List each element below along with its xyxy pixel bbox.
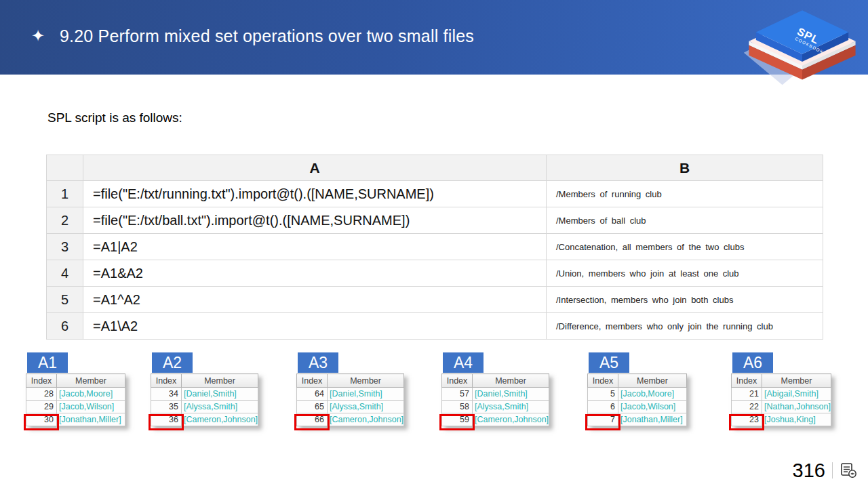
result-row: 57[Daniel,Smith] — [442, 388, 549, 401]
index-cell: 34 — [151, 388, 182, 401]
cell-comment: /Members of ball club — [547, 207, 823, 234]
member-cell: [Jonathan,Miller] — [57, 413, 125, 426]
footer-divider — [832, 462, 833, 479]
row-number: 2 — [47, 207, 83, 234]
result-tables: A1IndexMember28[Jacob,Moore]29[Jacob,Wil… — [0, 352, 868, 444]
result-table-label: A1 — [27, 352, 68, 373]
result-row: 34[Daniel,Smith] — [151, 388, 258, 401]
highlight-box — [294, 414, 330, 430]
member-cell: [Nathan,Johnson] — [762, 401, 831, 413]
member-cell: [Cameron,Johnson] — [182, 413, 258, 426]
member-cell: [Daniel,Smith] — [473, 388, 549, 401]
row-number: 6 — [47, 313, 83, 340]
row-number: 5 — [47, 287, 83, 313]
result-table-grid: IndexMember21[Abigail,Smith]22[Nathan,Jo… — [731, 373, 831, 426]
slide-header: ✦ 9.20 Perform mixed set operations over… — [0, 0, 868, 75]
intro-text: SPL script is as follows: — [47, 110, 182, 125]
member-cell: [Daniel,Smith] — [182, 388, 258, 401]
result-table-grid: IndexMember28[Jacob,Moore]29[Jacob,Wilso… — [26, 373, 125, 426]
result-col-header: Index — [297, 374, 328, 388]
result-row: 58[Alyssa,Smith] — [442, 401, 549, 413]
member-cell: [Jacob,Wilson] — [57, 401, 125, 413]
result-header-row: IndexMember — [442, 374, 549, 388]
result-row: 28[Jacob,Moore] — [26, 388, 125, 401]
index-cell: 57 — [442, 388, 473, 401]
member-cell: [Jacob,Moore] — [618, 388, 687, 401]
result-header-row: IndexMember — [151, 374, 258, 388]
member-cell: [Cameron,Johnson] — [328, 413, 404, 426]
footer: 316 — [793, 458, 857, 483]
result-table-label: A5 — [589, 352, 629, 373]
script-row: 6=A1\A2/Difference, members who only joi… — [47, 313, 823, 340]
result-table-grid: IndexMember34[Daniel,Smith]35[Alyssa,Smi… — [151, 373, 258, 426]
cell-code: =file("E:/txt/ball.txt").import@t().([NA… — [83, 207, 547, 234]
result-row: 64[Daniel,Smith] — [297, 388, 404, 401]
script-row: 4=A1&A2/Union, members who join at least… — [47, 260, 823, 287]
result-col-header: Member — [57, 374, 125, 388]
cell-comment: /Difference, members who only join the r… — [547, 313, 823, 340]
script-row: 5=A1^A2/Intersection, members who join b… — [47, 287, 823, 313]
member-cell: [Alyssa,Smith] — [473, 401, 549, 413]
cell-code: =A1\A2 — [83, 313, 547, 340]
highlight-box — [729, 414, 764, 430]
member-cell: [Daniel,Smith] — [328, 388, 404, 401]
script-header-row: A B — [47, 155, 823, 181]
index-cell: 58 — [442, 401, 473, 413]
result-table-a4: A4IndexMember57[Daniel,Smith]58[Alyssa,S… — [441, 352, 549, 429]
cell-comment: /Concatenation, all members of the two c… — [547, 234, 823, 260]
result-header-row: IndexMember — [297, 374, 404, 388]
member-cell: [Cameron,Johnson] — [473, 413, 549, 426]
corner-cell — [47, 155, 83, 181]
result-col-header: Index — [732, 374, 762, 388]
result-table-a2: A2IndexMember34[Daniel,Smith]35[Alyssa,S… — [151, 352, 258, 429]
result-table-a5: A5IndexMember5[Jacob,Moore]6[Jacob,Wilso… — [587, 352, 687, 429]
result-row: 35[Alyssa,Smith] — [151, 401, 258, 413]
cell-code: =file("E:/txt/running.txt").import@t().(… — [83, 181, 547, 207]
cell-code: =A1^A2 — [83, 287, 547, 313]
result-header-row: IndexMember — [26, 374, 125, 388]
highlight-box — [149, 414, 184, 430]
result-table-label: A3 — [298, 352, 338, 373]
result-row: 21[Abigail,Smith] — [732, 388, 831, 401]
result-table-a1: A1IndexMember28[Jacob,Moore]29[Jacob,Wil… — [26, 352, 125, 429]
result-col-header: Member — [182, 374, 258, 388]
script-row: 2=file("E:/txt/ball.txt").import@t().([N… — [47, 207, 823, 234]
result-row: 22[Nathan,Johnson] — [732, 401, 831, 413]
index-cell: 29 — [26, 401, 57, 413]
index-cell: 65 — [297, 401, 328, 413]
column-header-b: B — [547, 155, 823, 181]
result-col-header: Index — [442, 374, 473, 388]
script-row: 1=file("E:/txt/running.txt").import@t().… — [47, 181, 823, 207]
result-col-header: Index — [26, 374, 57, 388]
cell-code: =A1|A2 — [83, 234, 547, 260]
row-number: 4 — [47, 260, 83, 287]
result-table-label: A2 — [152, 352, 193, 373]
highlight-box — [585, 414, 620, 430]
index-cell: 5 — [588, 388, 618, 401]
result-col-header: Index — [588, 374, 618, 388]
bullet-star-icon: ✦ — [31, 28, 45, 44]
result-table-grid: IndexMember57[Daniel,Smith]58[Alyssa,Smi… — [441, 373, 549, 426]
result-row: 5[Jacob,Moore] — [588, 388, 687, 401]
result-col-header: Index — [151, 374, 182, 388]
member-cell: [Alyssa,Smith] — [182, 401, 258, 413]
cell-comment: /Intersection, members who join both clu… — [547, 287, 823, 313]
index-cell: 35 — [151, 401, 182, 413]
result-col-header: Member — [762, 374, 831, 388]
cell-comment: /Members of running club — [547, 181, 823, 207]
result-header-row: IndexMember — [588, 374, 687, 388]
return-to-contents-icon[interactable] — [840, 462, 857, 479]
result-table-a3: A3IndexMember64[Daniel,Smith]65[Alyssa,S… — [296, 352, 404, 429]
result-table-label: A6 — [732, 352, 773, 373]
index-cell: 64 — [297, 388, 328, 401]
result-row: 6[Jacob,Wilson] — [588, 401, 687, 413]
result-col-header: Member — [328, 374, 404, 388]
row-number: 1 — [47, 181, 83, 207]
member-cell: [Jacob,Wilson] — [618, 401, 687, 413]
member-cell: [Joshua,King] — [762, 413, 831, 426]
script-table-body: 1=file("E:/txt/running.txt").import@t().… — [47, 181, 823, 340]
result-row: 65[Alyssa,Smith] — [297, 401, 404, 413]
script-row: 3=A1|A2/Concatenation, all members of th… — [47, 234, 823, 260]
result-table-grid: IndexMember64[Daniel,Smith]65[Alyssa,Smi… — [296, 373, 404, 426]
result-table-grid: IndexMember5[Jacob,Moore]6[Jacob,Wilson]… — [587, 373, 687, 426]
